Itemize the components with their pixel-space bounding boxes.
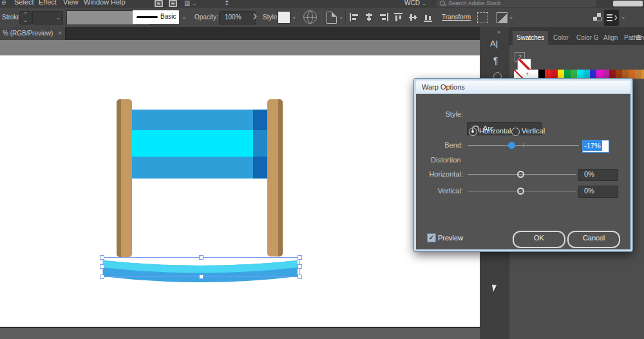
align-bottom-icon[interactable] (424, 13, 432, 22)
opacity-input[interactable]: 100% (219, 11, 256, 24)
selection-handle[interactable] (298, 255, 302, 260)
dialog-body: Style: Arc ⌄ Horizontal Vertical Bend: -… (416, 94, 630, 248)
none-swatch-cell[interactable] (514, 70, 523, 79)
share-icon[interactable]: ↥ (224, 0, 229, 6)
search-input[interactable]: Search Adobe Stock (437, 0, 596, 7)
vertical-slider-handle[interactable] (517, 188, 524, 195)
align-left-icon[interactable] (350, 13, 359, 21)
menu-item-view[interactable]: View (63, 0, 79, 6)
swatch[interactable] (545, 70, 551, 79)
align-right-icon[interactable] (379, 13, 388, 21)
sign-post-right[interactable] (267, 99, 283, 257)
horizontal-value-input[interactable]: 0% (578, 169, 618, 181)
divider (321, 10, 321, 24)
menu-item-window[interactable]: Window (84, 0, 109, 6)
sign-post-left[interactable] (117, 99, 132, 257)
swatch[interactable] (577, 70, 583, 79)
stroke-weight-stepper[interactable]: ⌃⌄ (19, 11, 32, 24)
selection-handle[interactable] (100, 264, 104, 269)
character-panel-icon[interactable]: A| (490, 39, 498, 48)
swatch[interactable] (603, 70, 609, 79)
bend-slider-handle[interactable] (508, 142, 515, 149)
shape-builder-icon[interactable] (497, 12, 507, 23)
collapse-panels-icon[interactable]: « (497, 28, 501, 35)
transform-link[interactable]: Transform (442, 14, 471, 21)
selection-handle[interactable] (298, 264, 302, 269)
swatch[interactable] (616, 70, 622, 79)
bend-value-input[interactable]: -17% (582, 140, 609, 153)
brush-definition-dropdown[interactable]: Basic (133, 10, 179, 24)
stroke-weight-dropdown[interactable]: ⌄ (32, 11, 63, 24)
preview-label[interactable]: Preview (438, 234, 463, 242)
ok-button[interactable]: OK (513, 231, 565, 248)
shape-chevron-icon[interactable]: ⌄ (509, 14, 514, 20)
panel-toggle-button[interactable] (604, 10, 619, 26)
canvas-area[interactable] (0, 40, 480, 339)
selection-handle[interactable] (199, 275, 204, 279)
swatch[interactable] (629, 70, 635, 79)
graphic-style-swatch[interactable] (278, 11, 290, 24)
banner-shape[interactable] (132, 110, 267, 179)
swatch[interactable] (609, 70, 616, 79)
menu-item-effect[interactable]: Effect (39, 0, 57, 6)
align-center-icon[interactable] (365, 13, 374, 21)
swatch[interactable] (571, 70, 577, 79)
style-label: Style: (263, 14, 279, 21)
horizontal-radio-label[interactable]: Horizontal (479, 127, 511, 135)
swatch[interactable] (590, 70, 596, 79)
menu-item-help[interactable]: Help (111, 0, 126, 6)
swatch[interactable] (622, 70, 629, 79)
document-tab[interactable]: % (RGB/Preview) × (0, 27, 66, 40)
swatch[interactable] (538, 70, 545, 79)
swatch[interactable] (558, 70, 564, 79)
tab-swatches[interactable]: Swatches (513, 31, 548, 45)
dialog-title-bar[interactable]: Warp Options (416, 81, 630, 94)
none-swatch[interactable] (517, 59, 531, 70)
app-icon[interactable] (169, 0, 177, 7)
registration-swatch-cell[interactable]: + (523, 70, 532, 79)
tab-color-guide[interactable]: Color G (573, 31, 602, 45)
preview-checkbox[interactable]: ✓ (427, 233, 436, 242)
align-middle-icon[interactable] (409, 13, 417, 22)
arrange-grid-icon[interactable] (593, 13, 601, 21)
document-setup-globe-icon[interactable] (303, 10, 317, 24)
horizontal-radio[interactable] (469, 128, 477, 136)
swatch[interactable] (564, 70, 571, 79)
close-tab-icon[interactable]: × (58, 27, 62, 40)
swatch[interactable] (635, 70, 641, 79)
menu-item-file[interactable]: e (2, 0, 6, 6)
opacity-chevron-icon[interactable]: ❯ (252, 14, 258, 19)
document-setup-icon[interactable] (327, 12, 337, 24)
panel-menu-icon[interactable]: ≡ (636, 32, 641, 44)
menu-item-select[interactable]: Select (14, 0, 34, 6)
divider (345, 10, 346, 24)
arrange-documents-icon[interactable]: ▥ ⌄ (184, 0, 197, 6)
panel-chevron-icon[interactable]: ⌄ (621, 14, 626, 20)
distortion-vertical-label: Vertical: (422, 187, 463, 195)
vertical-radio[interactable] (511, 128, 520, 136)
brush-chevron-icon[interactable]: ⌄ (182, 14, 187, 20)
swatch[interactable] (551, 70, 558, 79)
swatch[interactable] (596, 70, 603, 79)
cancel-button[interactable]: Cancel (567, 231, 620, 248)
swatch[interactable] (641, 70, 644, 79)
free-transform-icon[interactable] (477, 12, 488, 23)
paragraph-panel-icon[interactable]: ¶ (493, 55, 498, 66)
style-chevron-icon[interactable]: ⌄ (292, 14, 297, 20)
horizontal-slider-handle[interactable] (517, 171, 524, 178)
vertical-radio-label[interactable]: Vertical (522, 127, 545, 135)
gpu-performance-chip[interactable] (613, 1, 643, 6)
bridge-icon[interactable] (155, 0, 163, 7)
document-setup-chevron-icon[interactable]: ⌄ (339, 14, 344, 20)
workspace-switcher[interactable]: WCD ⌄ (404, 0, 426, 6)
vertical-value-input[interactable]: 0% (578, 186, 618, 198)
swatch[interactable] (532, 70, 538, 79)
tab-align[interactable]: Align (600, 31, 621, 45)
selection-handle[interactable] (298, 275, 302, 279)
tab-color[interactable]: Color (549, 31, 573, 45)
swatch[interactable] (583, 70, 590, 79)
align-top-icon[interactable] (394, 13, 402, 22)
selection-handle[interactable] (100, 275, 104, 279)
selection-handle[interactable] (100, 255, 104, 260)
selection-handle[interactable] (199, 255, 204, 260)
